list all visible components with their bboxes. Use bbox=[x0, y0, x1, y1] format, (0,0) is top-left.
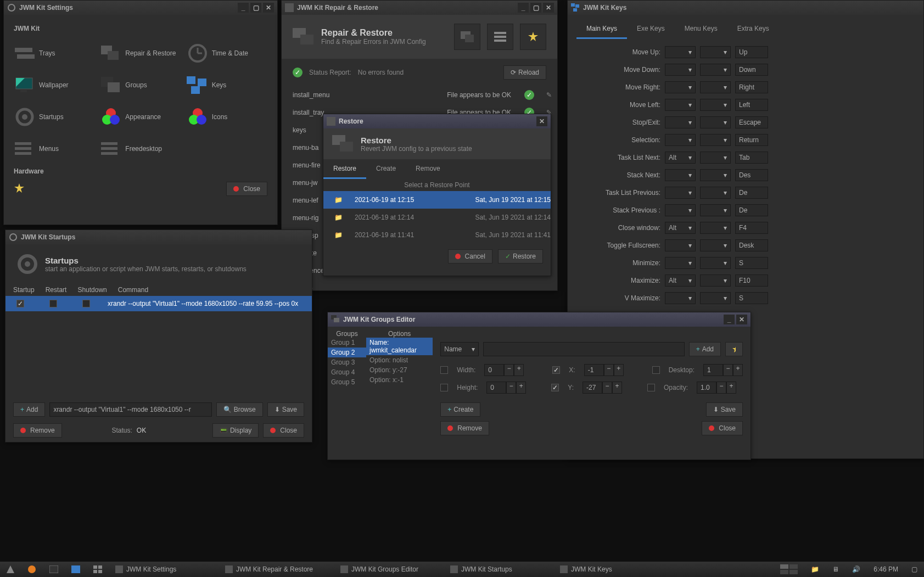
item-repair[interactable]: Repair & Restore bbox=[100, 39, 181, 68]
key-input[interactable] bbox=[735, 222, 768, 234]
star-button[interactable] bbox=[520, 24, 546, 50]
restore-point[interactable]: 📁2021-06-19 at 12:15Sat, Jun 19 2021 at … bbox=[323, 191, 551, 209]
col-startup[interactable]: Startup bbox=[13, 286, 35, 294]
task-groups[interactable]: JWM Kit Groups Editor bbox=[334, 562, 444, 577]
mod1-dropdown[interactable]: ▾ bbox=[665, 46, 696, 58]
display-button[interactable]: 📟 Display bbox=[212, 423, 259, 438]
width-spin[interactable] bbox=[484, 364, 504, 376]
restart-check[interactable] bbox=[49, 300, 57, 307]
group-item[interactable]: Group 4 bbox=[328, 367, 366, 377]
y-spin[interactable] bbox=[583, 382, 602, 394]
key-input[interactable] bbox=[735, 204, 768, 216]
close-button[interactable]: Close bbox=[263, 423, 304, 438]
group-item[interactable]: Group 3 bbox=[328, 357, 366, 367]
close-button[interactable]: ✕ bbox=[543, 3, 554, 13]
minimize-button[interactable]: _ bbox=[724, 315, 735, 324]
item-appearance[interactable]: Appearance bbox=[100, 103, 181, 131]
opacity-spin[interactable] bbox=[697, 382, 716, 394]
item-trays[interactable]: Trays bbox=[14, 39, 94, 68]
file-row[interactable]: startup bbox=[282, 279, 557, 297]
settings-titlebar[interactable]: JWM Kit Settings _ ▢ ✕ bbox=[4, 1, 277, 15]
tab-main-keys[interactable]: Main Keys bbox=[576, 19, 627, 39]
task-keys[interactable]: JWM Kit Keys bbox=[553, 562, 663, 577]
option-item[interactable]: Option: y:-27 bbox=[366, 365, 433, 375]
remove-button[interactable]: Remove bbox=[13, 423, 62, 438]
option-item[interactable]: Option: nolist bbox=[366, 355, 433, 365]
col-shutdown[interactable]: Shutdown bbox=[77, 286, 107, 294]
minimize-button[interactable]: _ bbox=[238, 3, 249, 13]
show-desktop[interactable]: ▢ bbox=[905, 562, 924, 577]
mod2-dropdown[interactable]: ▾ bbox=[700, 64, 731, 76]
mod1-dropdown[interactable]: ▾ bbox=[665, 239, 696, 251]
mod1-dropdown[interactable]: ▾ bbox=[665, 134, 696, 146]
tray-icon[interactable]: 📁 bbox=[804, 562, 826, 577]
mod1-dropdown[interactable]: Alt▾ bbox=[665, 152, 696, 164]
item-time[interactable]: Time & Date bbox=[187, 39, 267, 68]
col-command[interactable]: Command bbox=[118, 286, 148, 294]
firefox-icon[interactable] bbox=[21, 562, 43, 577]
tray-icon[interactable]: 🖥 bbox=[826, 562, 845, 577]
mod1-dropdown[interactable]: ▾ bbox=[665, 64, 696, 76]
list-button[interactable] bbox=[487, 24, 513, 50]
star-button[interactable] bbox=[725, 342, 743, 356]
backup-button[interactable] bbox=[454, 24, 480, 50]
restore-point[interactable]: 📁2021-06-19 at 12:14Sat, Jun 19 2021 at … bbox=[323, 209, 551, 226]
item-freedesktop[interactable]: Freedesktop bbox=[100, 135, 181, 163]
close-button[interactable]: Close bbox=[702, 421, 743, 435]
reload-button[interactable]: ⟳ Reload bbox=[503, 65, 546, 80]
task-repair[interactable]: JWM Kit Repair & Restore bbox=[219, 562, 334, 577]
task-settings[interactable]: JWM Kit Settings bbox=[109, 562, 219, 577]
edit-icon[interactable]: ✎ bbox=[541, 91, 557, 99]
mod1-dropdown[interactable]: ▾ bbox=[665, 169, 696, 181]
startup-check[interactable]: ✓ bbox=[16, 300, 24, 307]
mod1-dropdown[interactable]: ▾ bbox=[665, 204, 696, 216]
save-button[interactable]: ⬇ Save bbox=[706, 402, 743, 417]
close-button[interactable]: ✕ bbox=[263, 3, 274, 13]
startups-titlebar[interactable]: JWM Kit Startups bbox=[5, 230, 312, 244]
restore-point[interactable]: 📁2021-06-19 at 11:41Sat, Jun 19 2021 at … bbox=[323, 226, 551, 244]
item-startups[interactable]: Startups bbox=[14, 103, 94, 131]
item-wallpaper[interactable]: Wallpaper bbox=[14, 71, 94, 99]
mod1-dropdown[interactable]: Alt▾ bbox=[665, 222, 696, 234]
item-groups[interactable]: Groups bbox=[100, 71, 181, 99]
terminal-icon[interactable] bbox=[43, 562, 65, 577]
clock[interactable]: 6:46 PM bbox=[867, 562, 905, 577]
mod2-dropdown[interactable]: ▾ bbox=[700, 99, 731, 111]
close-button[interactable]: ✕ bbox=[536, 116, 547, 126]
tab-menu-keys[interactable]: Menu Keys bbox=[675, 19, 727, 39]
remove-button[interactable]: Remove bbox=[440, 421, 489, 435]
mod2-dropdown[interactable]: ▾ bbox=[700, 46, 731, 58]
key-input[interactable] bbox=[735, 152, 768, 164]
key-input[interactable] bbox=[735, 187, 768, 199]
type-dropdown[interactable]: Name ▾ bbox=[440, 342, 479, 356]
add-button[interactable]: + Add bbox=[13, 402, 45, 417]
desktop-spin[interactable] bbox=[703, 364, 723, 376]
item-menus[interactable]: Menus bbox=[14, 135, 94, 163]
mod2-dropdown[interactable]: ▾ bbox=[700, 292, 731, 304]
mod1-dropdown[interactable]: ▾ bbox=[665, 187, 696, 199]
mod2-dropdown[interactable]: ▾ bbox=[700, 116, 731, 128]
mod2-dropdown[interactable]: ▾ bbox=[700, 239, 731, 251]
tab-exe-keys[interactable]: Exe Keys bbox=[627, 19, 675, 39]
files-icon[interactable] bbox=[65, 562, 87, 577]
x-spin[interactable] bbox=[584, 364, 604, 376]
item-keys[interactable]: Keys bbox=[187, 71, 267, 99]
value-input[interactable] bbox=[483, 342, 684, 356]
start-button[interactable] bbox=[0, 562, 21, 577]
keys-titlebar[interactable]: JWM Kit Keys bbox=[568, 1, 923, 15]
mod2-dropdown[interactable]: ▾ bbox=[700, 275, 731, 287]
restore-titlebar[interactable]: Restore ✕ bbox=[323, 114, 551, 128]
width-check[interactable] bbox=[440, 366, 448, 374]
startup-row[interactable]: ✓ xrandr --output "Virtual1" --mode 1680… bbox=[5, 296, 312, 311]
windows-icon[interactable] bbox=[87, 562, 109, 577]
tab-create[interactable]: Create bbox=[366, 159, 406, 179]
task-startups[interactable]: JWM Kit Startups bbox=[444, 562, 553, 577]
browse-button[interactable]: 🔍 Browse bbox=[216, 402, 263, 417]
key-input[interactable] bbox=[735, 116, 768, 128]
mod2-dropdown[interactable]: ▾ bbox=[700, 152, 731, 164]
close-button[interactable]: Close bbox=[226, 182, 267, 196]
key-input[interactable] bbox=[735, 134, 768, 146]
mod1-dropdown[interactable]: Alt▾ bbox=[665, 275, 696, 287]
mod1-dropdown[interactable]: ▾ bbox=[665, 81, 696, 93]
tab-remove[interactable]: Remove bbox=[406, 159, 450, 179]
